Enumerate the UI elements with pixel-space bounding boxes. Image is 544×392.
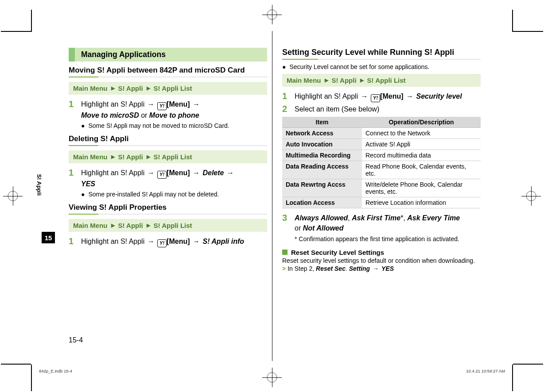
chevron-right-icon: ▶ xyxy=(111,85,115,91)
note: ● Security Level cannot be set for some … xyxy=(282,63,481,70)
arrow-right-icon: → xyxy=(192,238,201,245)
option: YES xyxy=(381,265,394,272)
step-number: 1 xyxy=(69,236,77,247)
note: ● Some S! Appli may not be moved to micr… xyxy=(69,122,267,129)
svg-point-3 xyxy=(267,373,277,382)
table-header-item: Item xyxy=(282,117,362,128)
option: Always Allowed xyxy=(295,214,348,222)
option: Move to phone xyxy=(149,111,199,119)
crumb: S! Appli List xyxy=(154,85,192,92)
cell-key: Network Access xyxy=(282,128,362,139)
square-bullet-icon xyxy=(282,250,288,255)
step-text: Highlight an S! Appli xyxy=(295,92,358,100)
table-row: Multimedia RecordingRecord multimedia da… xyxy=(282,150,481,161)
registration-mark xyxy=(7,190,19,202)
tab-label: S! Appli xyxy=(36,174,43,196)
step-text: Highlight an S! Appli xyxy=(81,238,144,245)
crumb: S! Appli xyxy=(118,85,143,92)
table-row: Data Rewrtng AccssWrite/delete Phone Boo… xyxy=(282,179,481,197)
crop-mark xyxy=(512,365,513,391)
chevron-right-icon: ▶ xyxy=(147,223,150,228)
arrow-right-icon: → xyxy=(405,92,414,100)
table-row: Auto InvocationActivate S! Appli xyxy=(282,139,481,150)
option: Delete xyxy=(202,169,224,177)
breadcrumb: Main Menu ▶ S! Appli ▶ S! Appli List xyxy=(69,219,267,232)
crumb: S! Appli xyxy=(118,222,143,229)
step: 1 Highlight an S! Appli → Y![Menu] → Del… xyxy=(69,168,267,189)
footer-left: 842p_E.indb 15-4 xyxy=(39,369,72,373)
or-text: or xyxy=(139,111,149,119)
option: Setting xyxy=(349,265,370,272)
menu-label: [Menu] xyxy=(167,169,190,177)
step-number: 2 xyxy=(282,104,290,114)
or-text: or xyxy=(295,224,303,232)
cell-value: Write/delete Phone Book, Calendar events… xyxy=(362,179,481,197)
crop-mark xyxy=(31,365,32,391)
banner-accent xyxy=(69,48,75,61)
step: 1 Highlight an S! Appli → Y![Menu] → Sec… xyxy=(282,91,481,102)
note: ● Some pre-installed S! Appli may not be… xyxy=(69,191,267,198)
cell-key: Data Reading Access xyxy=(282,161,362,179)
arrow-right-icon: → xyxy=(147,100,155,108)
option: S! Appli info xyxy=(202,238,244,245)
breadcrumb: Main Menu ▶ S! Appli ▶ S! Appli List xyxy=(69,150,267,163)
arrow-right-icon: → xyxy=(226,169,235,177)
table-row: Data Reading AccessRead Phone Book, Cale… xyxy=(282,161,481,179)
option: YES xyxy=(81,180,95,188)
banner-title: Managing Applications xyxy=(75,48,267,61)
chevron-right-icon: ▶ xyxy=(360,77,364,83)
y-key-icon: Y! xyxy=(157,171,167,179)
step-body: Highlight an S! Appli → Y![Menu] → Delet… xyxy=(81,168,267,189)
section-banner: Managing Applications xyxy=(69,48,267,61)
bullet-icon: ● xyxy=(81,122,85,129)
step-number: 3 xyxy=(282,213,290,233)
subsection-title: Viewing S! Appli Properties xyxy=(69,203,267,212)
crumb: S! Appli xyxy=(332,77,357,84)
cell-value: Retrieve Location information xyxy=(362,197,481,208)
crumb: Main Menu xyxy=(73,153,108,161)
step-number: 1 xyxy=(69,99,77,120)
arrow-right-icon: → xyxy=(192,169,201,177)
step-number: 1 xyxy=(282,91,290,102)
table-header-operation: Operation/Description xyxy=(362,117,481,128)
subsection-title: Deleting S! Appli xyxy=(69,135,267,143)
crumb: S! Appli List xyxy=(154,222,192,229)
svg-point-1 xyxy=(526,191,536,201)
step-number: 1 xyxy=(69,168,77,189)
footnote-text: Confirmation appears the first time appl… xyxy=(297,235,459,242)
cell-key: Data Rewrtng Accss xyxy=(282,179,362,197)
arrow-right-icon: → xyxy=(192,100,201,108)
registration-mark xyxy=(525,190,537,202)
page-number: 15-4 xyxy=(69,336,83,344)
cell-value: Connect to the Network xyxy=(362,128,481,139)
security-table: Item Operation/Description Network Acces… xyxy=(282,117,481,208)
registration-mark xyxy=(266,9,278,20)
arrow-right-icon: → xyxy=(147,169,155,177)
subsection-title: Moving S! Appli between 842P and microSD… xyxy=(69,66,267,75)
step-body: Highlight an S! Appli → Y![Menu] → Secur… xyxy=(295,91,481,102)
reset-heading: Reset Security Level Settings xyxy=(282,249,481,256)
table-row: Network AccessConnect to the Network xyxy=(282,128,481,139)
chevron-right-icon: ▶ xyxy=(325,77,328,83)
chevron-right-icon: ▶ xyxy=(111,154,115,160)
rule xyxy=(69,214,267,215)
crop-mark xyxy=(1,31,31,32)
chevron-right-icon: ▶ xyxy=(147,85,150,91)
sep: , xyxy=(348,214,352,222)
step: 1 Highlight an S! Appli → Y![Menu] → Mov… xyxy=(69,99,267,120)
breadcrumb: Main Menu ▶ S! Appli ▶ S! Appli List xyxy=(282,74,481,87)
crop-mark xyxy=(31,10,32,32)
step-text: Highlight an S! Appli xyxy=(81,169,144,177)
chevron-right-icon: ▶ xyxy=(111,223,115,228)
page-content: Managing Applications Moving S! Appli be… xyxy=(69,48,481,272)
tab-number: 15 xyxy=(42,232,55,243)
chevron-right-icon: > xyxy=(282,265,288,272)
chevron-right-icon: ▶ xyxy=(147,154,150,160)
crumb: S! Appli List xyxy=(367,77,406,84)
menu-label: [Menu] xyxy=(167,238,190,245)
reset-step: >In Step 2, Reset Sec. Setting → YES xyxy=(282,265,481,272)
arrow-right-icon: → xyxy=(147,238,155,245)
rule xyxy=(282,59,481,60)
sep: , xyxy=(403,214,407,222)
cell-key: Multimedia Recording xyxy=(282,150,362,161)
